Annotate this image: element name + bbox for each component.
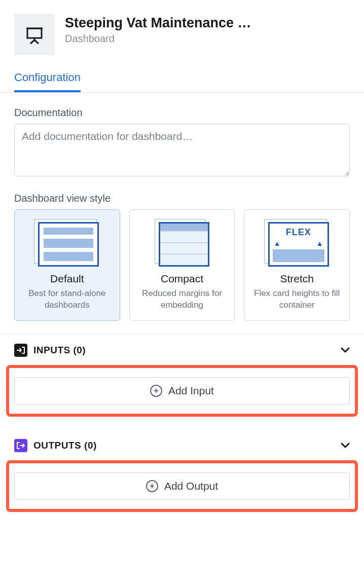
outputs-title: OUTPUTS (0) <box>33 440 335 451</box>
view-card-desc: Reduced margins for embedding <box>136 288 229 311</box>
inputs-title: INPUTS (0) <box>33 345 335 356</box>
svg-rect-0 <box>27 28 42 38</box>
page-subtitle: Dashboard <box>65 33 350 45</box>
view-card-desc: Best for stand-alone dashboards <box>21 288 114 311</box>
inputs-highlighted-region: + Add Input <box>6 365 358 417</box>
plus-circle-icon: + <box>150 385 162 397</box>
chevron-down-icon <box>341 347 350 353</box>
view-style-compact[interactable]: Compact Reduced margins for embedding <box>129 209 235 321</box>
outputs-header[interactable]: OUTPUTS (0) <box>0 429 364 460</box>
view-card-title: Stretch <box>250 273 343 285</box>
default-illustration <box>21 218 114 268</box>
view-style-options: Default Best for stand-alone dashboards … <box>14 209 350 321</box>
tab-configuration[interactable]: Configuration <box>14 67 81 92</box>
inputs-header[interactable]: INPUTS (0) <box>0 334 364 365</box>
add-input-button[interactable]: + Add Input <box>14 377 350 405</box>
stretch-illustration: FLEX ▲▲ <box>250 218 343 268</box>
add-output-label: Add Output <box>164 480 218 492</box>
plus-circle-icon: + <box>146 480 158 492</box>
tabs-bar: Configuration <box>0 67 364 93</box>
inputs-section: INPUTS (0) + Add Input <box>0 333 364 417</box>
svg-line-3 <box>30 40 34 44</box>
outputs-highlighted-region: + Add Output <box>6 460 358 512</box>
page-header: Steeping Vat Maintenance … Dashboard <box>0 0 364 60</box>
page-title: Steeping Vat Maintenance … <box>65 15 350 31</box>
view-card-desc: Flex card heights to fill container <box>250 288 343 311</box>
chevron-down-icon <box>341 443 350 449</box>
outputs-section: OUTPUTS (0) + Add Output <box>0 429 364 512</box>
view-style-default[interactable]: Default Best for stand-alone dashboards <box>14 209 120 321</box>
documentation-label: Documentation <box>14 107 350 119</box>
add-output-button[interactable]: + Add Output <box>14 472 350 500</box>
documentation-input[interactable] <box>14 124 350 176</box>
compact-illustration <box>136 218 229 268</box>
view-card-title: Default <box>21 273 114 285</box>
outputs-icon <box>14 439 27 452</box>
add-input-label: Add Input <box>168 385 214 397</box>
inputs-icon <box>14 344 27 357</box>
view-style-stretch[interactable]: FLEX ▲▲ Stretch Flex card heights to fil… <box>244 209 350 321</box>
view-card-title: Compact <box>136 273 229 285</box>
dashboard-icon-box <box>14 14 55 55</box>
flex-label: FLEX <box>286 227 311 238</box>
view-style-label: Dashboard view style <box>14 193 350 204</box>
svg-line-4 <box>34 40 39 44</box>
presentation-icon <box>24 24 45 45</box>
